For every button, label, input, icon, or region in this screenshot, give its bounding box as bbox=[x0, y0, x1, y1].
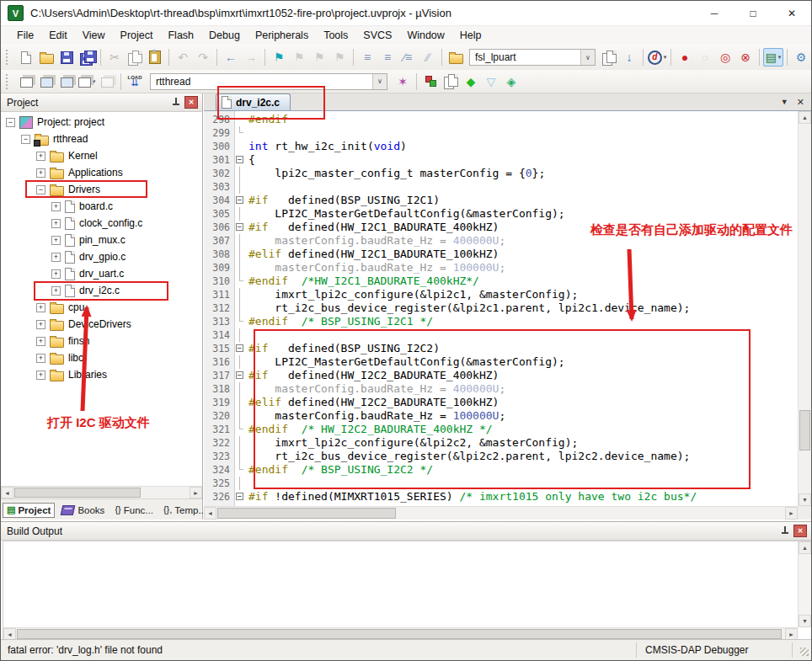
editor-hscrollbar[interactable]: ◄ ► bbox=[204, 506, 798, 520]
tree-item-libraries[interactable]: +Libraries bbox=[1, 366, 200, 383]
open-file-icon[interactable] bbox=[36, 48, 56, 67]
scroll-down-icon[interactable]: ▼ bbox=[799, 615, 811, 627]
toolbar-grip[interactable] bbox=[6, 50, 11, 65]
close-button[interactable]: ✕ bbox=[772, 1, 811, 25]
maximize-button[interactable]: □ bbox=[734, 1, 772, 25]
component-viewer-icon[interactable]: ◆ bbox=[461, 72, 481, 91]
menu-flash[interactable]: Flash bbox=[160, 28, 201, 43]
tree-item-cpu[interactable]: +cpu bbox=[1, 299, 200, 316]
tree-expander-icon[interactable]: + bbox=[51, 286, 61, 296]
project-panel-close-button[interactable]: ✕ bbox=[184, 96, 198, 109]
disable-all-breakpoints-icon[interactable]: ◎ bbox=[715, 48, 735, 67]
menu-view[interactable]: View bbox=[75, 28, 113, 43]
tree-expander-icon[interactable]: − bbox=[6, 118, 15, 127]
tree-expander-icon[interactable]: + bbox=[36, 168, 45, 178]
menu-project[interactable]: Project bbox=[113, 28, 161, 43]
target-select-combo[interactable]: rtthread ∨ bbox=[150, 73, 387, 90]
search-text-icon[interactable] bbox=[599, 48, 619, 67]
save-all-icon[interactable] bbox=[77, 48, 97, 67]
minimize-button[interactable]: ─ bbox=[695, 1, 734, 25]
navigate-back-icon[interactable]: ← bbox=[221, 48, 241, 67]
paste-icon[interactable] bbox=[145, 48, 165, 67]
tree-item-drv-gpio-c[interactable]: +drv_gpio.c bbox=[1, 248, 200, 265]
tree-expander-icon[interactable]: + bbox=[51, 253, 61, 262]
search-combo-dropdown-icon[interactable]: ∨ bbox=[580, 50, 595, 65]
tree-item-pin-mux-c[interactable]: +pin_mux.c bbox=[1, 232, 200, 248]
pin-icon[interactable] bbox=[781, 525, 789, 536]
new-file-icon[interactable] bbox=[16, 48, 36, 67]
target-options-icon[interactable]: ✶ bbox=[393, 72, 413, 91]
scroll-right-icon[interactable]: ► bbox=[785, 628, 798, 640]
fold-marker[interactable] bbox=[234, 194, 246, 207]
document-list-dropdown-icon[interactable]: ▼ bbox=[781, 98, 788, 106]
project-tree-hscrollbar[interactable]: ◄ ► bbox=[1, 486, 202, 498]
menu-window[interactable]: Window bbox=[399, 28, 451, 43]
insert-breakpoint-icon[interactable]: ● bbox=[675, 48, 695, 67]
tree-expander-icon[interactable]: + bbox=[51, 236, 61, 245]
scroll-thumb[interactable] bbox=[217, 508, 396, 519]
scroll-thumb[interactable] bbox=[17, 629, 782, 639]
uncomment-selection-icon[interactable]: ∕∕ bbox=[418, 48, 438, 67]
comment-selection-icon[interactable]: ∕≡ bbox=[398, 48, 418, 67]
menu-tools[interactable]: Tools bbox=[316, 28, 355, 43]
menu-help[interactable]: Help bbox=[452, 28, 489, 43]
tree-expander-icon[interactable]: + bbox=[51, 219, 61, 228]
build-output-hscrollbar[interactable]: ◄ ► bbox=[3, 627, 798, 640]
tree-expander-icon[interactable]: + bbox=[36, 337, 45, 346]
tree-item-board-c[interactable]: +board.c bbox=[1, 198, 200, 215]
batch-build-icon[interactable]: ▾ bbox=[77, 72, 97, 91]
scroll-down-icon[interactable]: ▼ bbox=[799, 493, 811, 506]
build-output-vscrollbar[interactable]: ▲ ▼ bbox=[798, 541, 811, 627]
tree-item-devicedrivers[interactable]: +DeviceDrivers bbox=[1, 316, 200, 333]
window-layout-icon[interactable]: ▤▾ bbox=[763, 48, 783, 67]
tree-expander-icon[interactable]: + bbox=[36, 370, 45, 380]
tree-item-drv-uart-c[interactable]: +drv_uart.c bbox=[1, 265, 200, 282]
rebuild-all-icon[interactable] bbox=[56, 72, 77, 91]
tree-item-clock-config-c[interactable]: +clock_config.c bbox=[1, 215, 200, 232]
tree-expander-icon[interactable]: + bbox=[36, 152, 45, 161]
bookmark-toggle-icon[interactable]: ⚑ bbox=[269, 48, 289, 67]
build-target-icon[interactable] bbox=[36, 72, 56, 91]
tree-expander-icon[interactable]: + bbox=[51, 269, 61, 279]
scroll-left-icon[interactable]: ◄ bbox=[1, 487, 13, 498]
menu-peripherals[interactable]: Peripherals bbox=[248, 28, 316, 43]
workspace-tab-books[interactable]: Books bbox=[58, 504, 108, 517]
menu-file[interactable]: File bbox=[9, 28, 41, 43]
tree-item-kernel[interactable]: +Kernel bbox=[1, 147, 200, 164]
scroll-up-icon[interactable]: ▲ bbox=[799, 541, 811, 554]
find-next-icon[interactable]: ↓ bbox=[619, 48, 639, 67]
indent-icon[interactable]: ≡ bbox=[377, 48, 398, 67]
unindent-icon[interactable]: ≡ bbox=[357, 48, 377, 67]
tree-item-drivers[interactable]: −Drivers bbox=[1, 181, 200, 198]
workspace-tab-func[interactable]: {}Func... bbox=[111, 504, 157, 517]
translate-file-icon[interactable] bbox=[16, 72, 36, 91]
resize-grip[interactable] bbox=[792, 642, 811, 658]
editor-vscrollbar[interactable]: ▲ ▼ bbox=[798, 111, 811, 506]
scroll-left-icon[interactable]: ◄ bbox=[204, 507, 216, 520]
scroll-up-icon[interactable]: ▲ bbox=[799, 111, 811, 124]
fold-marker[interactable] bbox=[234, 369, 246, 382]
scroll-thumb[interactable] bbox=[14, 488, 141, 498]
tree-expander-icon[interactable]: + bbox=[36, 354, 45, 363]
scroll-right-icon[interactable]: ► bbox=[190, 487, 202, 498]
tab-drv-i2c-c[interactable]: drv_i2c.c bbox=[216, 93, 291, 110]
close-document-icon[interactable]: ✕ bbox=[797, 97, 804, 108]
build-output-close-button[interactable]: ✕ bbox=[793, 525, 807, 537]
functions-filter-icon[interactable]: ▽ bbox=[481, 72, 501, 91]
download-to-flash-icon[interactable]: LOAD⇊ bbox=[125, 72, 145, 91]
code-editor[interactable]: 298#endif299300int rt_hw_i2c_init(void)3… bbox=[204, 111, 798, 506]
scroll-track[interactable] bbox=[16, 628, 785, 640]
menu-debug[interactable]: Debug bbox=[201, 28, 248, 43]
save-icon[interactable] bbox=[56, 48, 77, 67]
kill-all-breakpoints-icon[interactable]: ⊗ bbox=[735, 48, 756, 67]
toolbar-grip[interactable] bbox=[6, 74, 11, 89]
scroll-thumb[interactable] bbox=[799, 410, 810, 450]
tree-item-libc[interactable]: +libc bbox=[1, 349, 200, 366]
tree-item-applications[interactable]: +Applications bbox=[1, 164, 200, 181]
workspace-tab-temp[interactable]: {},Temp... bbox=[160, 504, 210, 517]
tree-expander-icon[interactable]: + bbox=[36, 303, 45, 312]
tree-expander-icon[interactable]: − bbox=[36, 185, 45, 195]
search-combo[interactable]: fsl_lpuart ∨ bbox=[469, 49, 596, 66]
scroll-track[interactable] bbox=[216, 507, 785, 520]
workspace-tab-project[interactable]: ▤Project bbox=[3, 503, 55, 518]
